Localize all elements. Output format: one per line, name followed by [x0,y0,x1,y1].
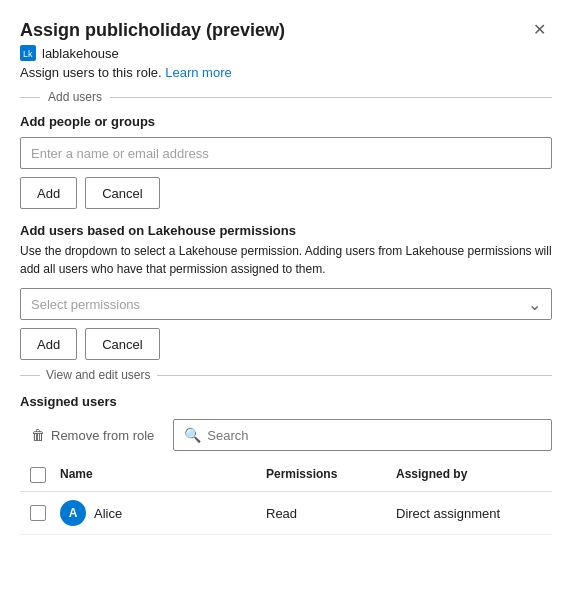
lakehouse-section-desc: Use the dropdown to select a Lakehouse p… [20,242,552,278]
learn-more-link[interactable]: Learn more [165,65,231,80]
view-edit-users-row: View and edit users [20,368,552,382]
row-name: Alice [94,506,122,521]
header-name: Name [56,465,262,485]
cancel-lakehouse-button[interactable]: Cancel [85,328,159,360]
add-people-button[interactable]: Add [20,177,77,209]
header-checkbox-cell [20,465,56,485]
header-assigned-by: Assigned by [392,465,552,485]
assign-description: Assign users to this role. Learn more [20,65,552,80]
users-table: Name Permissions Assigned by A Alice Rea… [20,459,552,535]
add-people-buttons: Add Cancel [20,177,552,209]
row-assigned-by: Direct assignment [392,504,552,523]
lakehouse-buttons: Add Cancel [20,328,552,360]
lakehouse-section-title: Add users based on Lakehouse permissions [20,223,552,238]
svg-text:Lk: Lk [23,49,33,59]
search-box: 🔍 [173,419,552,451]
toolbar-row: 🗑 Remove from role 🔍 [20,419,552,451]
assigned-users-title: Assigned users [20,394,552,409]
permissions-dropdown[interactable]: Select permissions ⌄ [20,288,552,320]
add-lakehouse-button[interactable]: Add [20,328,77,360]
add-users-divider: Add users [20,90,552,104]
dialog-header: Assign publicholiday (preview) ✕ [20,20,552,41]
assign-dialog: Assign publicholiday (preview) ✕ Lk labl… [0,0,572,614]
search-icon: 🔍 [184,427,201,443]
select-placeholder: Select permissions [31,297,140,312]
view-edit-line-left [20,375,40,376]
lakehouse-icon: Lk [20,45,36,61]
people-groups-input[interactable] [20,137,552,169]
org-name: lablakehouse [42,46,119,61]
view-edit-label: View and edit users [46,368,151,382]
header-permissions: Permissions [262,465,392,485]
select-all-checkbox[interactable] [30,467,46,483]
avatar: A [60,500,86,526]
trash-icon: 🗑 [31,427,45,443]
search-input[interactable] [207,428,541,443]
cancel-people-button[interactable]: Cancel [85,177,159,209]
close-button[interactable]: ✕ [527,20,552,40]
dialog-title: Assign publicholiday (preview) [20,20,285,41]
row-checkbox-cell [20,503,56,523]
table-row: A Alice Read Direct assignment [20,492,552,535]
row-checkbox[interactable] [30,505,46,521]
row-permissions: Read [262,504,392,523]
add-people-label: Add people or groups [20,114,552,129]
remove-from-role-button[interactable]: 🗑 Remove from role [20,421,165,449]
subtitle-row: Lk lablakehouse [20,45,552,61]
chevron-down-icon: ⌄ [528,295,541,314]
view-edit-line-right [157,375,552,376]
row-name-cell: A Alice [56,498,262,528]
table-header: Name Permissions Assigned by [20,459,552,492]
